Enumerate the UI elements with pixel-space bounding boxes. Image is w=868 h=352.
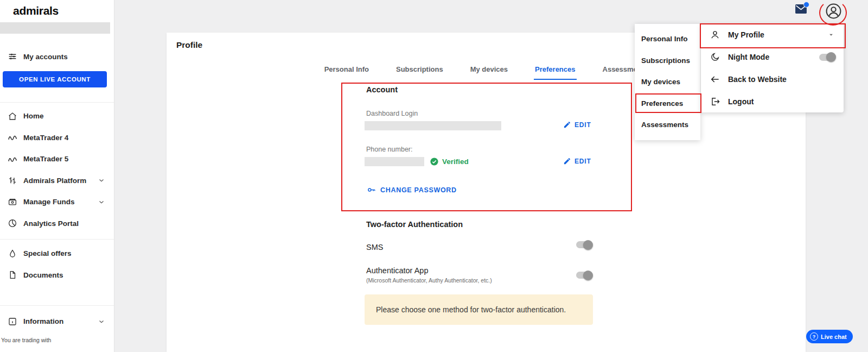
question-circle-icon: ?: [810, 332, 818, 341]
avatar-icon[interactable]: [825, 3, 842, 20]
page-title: Profile: [176, 40, 202, 50]
menu-item-label: My Profile: [728, 30, 764, 39]
menu-item-assessments[interactable]: Assessments: [635, 114, 700, 136]
phone-verified-status: Verified: [430, 157, 469, 166]
menu-item-label: Night Mode: [728, 53, 769, 61]
authenticator-app-label: Authenticator App: [366, 266, 428, 275]
sidebar-item-metatrader5[interactable]: MetaTrader 5: [0, 148, 114, 170]
sidebar-item-label: Home: [23, 112, 44, 120]
twofa-section-heading: Two-factor Authentication: [366, 220, 463, 229]
chart-bars-icon: [8, 175, 17, 185]
authenticator-app-sublabel: (Microsoft Authenticator, Authy Authenti…: [366, 277, 492, 284]
menu-item-back-to-website[interactable]: Back to Website: [701, 68, 844, 91]
tab-subscriptions[interactable]: Subscriptions: [395, 59, 444, 80]
notification-dot: [803, 2, 809, 8]
sidebar-nav-main: Home MetaTrader 4 MetaTrader 5 Admirals …: [0, 105, 114, 234]
screen: admirals My accounts OPEN LIVE ACCOUNT H…: [0, 0, 868, 352]
moon-icon: [710, 52, 720, 62]
open-live-account-button[interactable]: OPEN LIVE ACCOUNT: [3, 71, 107, 87]
profile-tabs-dropdown: Personal Info Subscriptions My devices P…: [635, 24, 700, 140]
twofa-notice: Please choose one method for two-factor …: [365, 294, 593, 325]
arrow-left-icon: [710, 74, 720, 85]
account-dropdown-menu: My Profile Night Mode Back to Website Lo…: [701, 24, 844, 112]
chevron-down-icon: [827, 31, 835, 39]
sidebar-item-label: Admirals Platform: [23, 177, 86, 185]
verified-label: Verified: [442, 158, 469, 166]
sidebar-item-label: MetaTrader 5: [23, 155, 68, 163]
menu-item-night-mode[interactable]: Night Mode: [701, 46, 844, 68]
menu-item-label: Back to Website: [728, 75, 787, 84]
person-icon: [710, 29, 720, 40]
sidebar-item-label: Analytics Portal: [23, 219, 79, 228]
sidebar-nav-secondary: Special offers Documents: [0, 243, 114, 286]
menu-item-preferences[interactable]: Preferences: [635, 93, 700, 115]
sidebar-item-documents[interactable]: Documents: [0, 265, 114, 286]
brand-logo: admirals: [0, 0, 114, 17]
sidebar-item-label: Special offers: [23, 249, 72, 257]
sidebar-item-admirals-platform[interactable]: Admirals Platform: [0, 170, 114, 192]
live-chat-button[interactable]: ? Live chat: [806, 330, 853, 343]
tab-personal-info[interactable]: Personal Info: [323, 59, 370, 80]
sidebar-item-information[interactable]: Information: [0, 311, 114, 332]
edit-label: EDIT: [575, 158, 591, 165]
night-mode-toggle[interactable]: [819, 54, 835, 61]
sidebar-item-label: Documents: [23, 271, 63, 279]
chevron-down-icon: [98, 177, 105, 184]
sidebar-item-home[interactable]: Home: [0, 105, 114, 127]
sms-toggle[interactable]: [576, 241, 592, 248]
live-chat-label: Live chat: [821, 334, 847, 340]
sidebar-item-label: MetaTrader 4: [23, 134, 68, 142]
chevron-down-icon: [98, 318, 105, 325]
check-circle-icon: [430, 157, 439, 166]
sidebar-item-special-offers[interactable]: Special offers: [0, 243, 114, 265]
key-icon: [367, 185, 376, 194]
sidebar-item-label: My accounts: [23, 53, 68, 61]
tab-my-devices[interactable]: My devices: [469, 59, 509, 80]
phone-number-value-redacted: [365, 157, 424, 166]
account-info-placeholder: [0, 22, 110, 34]
pie-chart-icon: [8, 218, 17, 228]
account-section-heading: Account: [366, 85, 398, 94]
phone-number-label: Phone number:: [366, 146, 412, 153]
info-square-icon: [8, 317, 17, 326]
wallet-icon: [8, 197, 17, 207]
menu-item-my-profile[interactable]: My Profile: [701, 24, 844, 46]
sidebar: admirals My accounts OPEN LIVE ACCOUNT H…: [0, 0, 114, 352]
menu-item-logout[interactable]: Logout: [701, 90, 844, 112]
dashboard-login-value-redacted: [365, 121, 501, 130]
menu-item-subscriptions[interactable]: Subscriptions: [635, 50, 700, 72]
logout-icon: [710, 96, 720, 107]
home-icon: [8, 111, 17, 121]
sidebar-item-label: Information: [23, 317, 63, 325]
menu-item-my-devices[interactable]: My devices: [635, 71, 700, 93]
chevron-down-icon: [98, 198, 105, 206]
sms-label: SMS: [366, 243, 383, 252]
sidebar-nav-tertiary: Information: [0, 311, 114, 332]
pencil-icon: [563, 121, 571, 129]
sidebar-item-manage-funds[interactable]: Manage Funds: [0, 191, 114, 213]
edit-dashboard-login-button[interactable]: EDIT: [563, 121, 591, 129]
tab-preferences[interactable]: Preferences: [534, 59, 576, 80]
mail-icon[interactable]: [795, 4, 807, 14]
menu-item-label: Logout: [728, 97, 754, 106]
droplet-icon: [8, 249, 17, 259]
sidebar-item-analytics-portal[interactable]: Analytics Portal: [0, 213, 114, 235]
edit-phone-button[interactable]: EDIT: [563, 157, 591, 165]
document-icon: [8, 270, 17, 280]
trading-with-note: You are trading with: [1, 337, 51, 343]
edit-label: EDIT: [575, 121, 591, 129]
change-password-button[interactable]: CHANGE PASSWORD: [367, 185, 457, 194]
sliders-icon: [8, 52, 17, 61]
mt-scribble-icon: [8, 133, 17, 142]
dashboard-login-label: Dashboard Login: [366, 110, 418, 117]
sidebar-item-metatrader4[interactable]: MetaTrader 4: [0, 127, 114, 149]
sidebar-item-my-accounts[interactable]: My accounts: [0, 49, 114, 64]
divider: [0, 102, 114, 103]
divider: [0, 305, 114, 306]
pencil-icon: [563, 157, 571, 165]
change-password-label: CHANGE PASSWORD: [380, 186, 457, 194]
authenticator-toggle[interactable]: [576, 272, 592, 279]
menu-item-personal-info[interactable]: Personal Info: [635, 28, 700, 50]
mt-scribble-icon: [8, 154, 17, 164]
divider: [0, 239, 114, 240]
